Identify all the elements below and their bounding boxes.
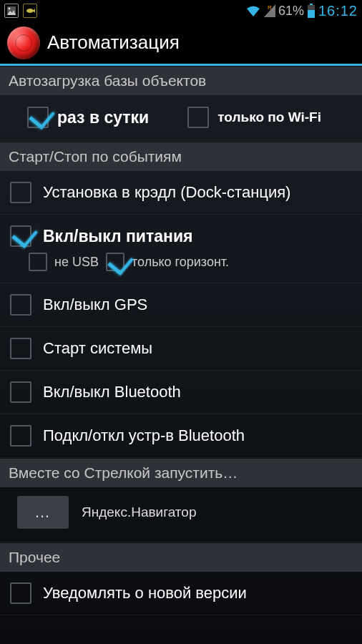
battery-percent: 61% bbox=[278, 4, 304, 19]
battery-icon bbox=[307, 4, 315, 18]
checkbox-gps[interactable] bbox=[10, 294, 31, 316]
checkbox-horizontal-only[interactable] bbox=[106, 253, 124, 271]
label-wifi-only: только по Wi-Fi bbox=[217, 109, 321, 125]
checkbox-daily[interactable] bbox=[27, 107, 49, 128]
row-bt-device[interactable]: Подкл/откл устр-в Bluetooth bbox=[0, 414, 362, 458]
row-power[interactable]: Вкл/выкл питания bbox=[0, 215, 362, 253]
row-system-start[interactable]: Старт системы bbox=[0, 327, 362, 371]
checkbox-power[interactable] bbox=[10, 225, 31, 247]
label-gps: Вкл/выкл GPS bbox=[43, 296, 147, 314]
app-bar: Автоматизация bbox=[0, 21, 362, 66]
checkbox-not-usb[interactable] bbox=[29, 253, 47, 271]
status-notification-area bbox=[4, 4, 37, 18]
app-radar-icon bbox=[7, 26, 40, 59]
checkbox-bt-device[interactable] bbox=[10, 425, 31, 447]
checkbox-system-start[interactable] bbox=[10, 338, 31, 359]
image-notification-icon bbox=[4, 4, 19, 18]
app-picker-selected-label: Яндекс.Навигатор bbox=[82, 504, 196, 520]
label-daily: раз в сутки bbox=[57, 108, 149, 127]
svg-rect-7 bbox=[310, 4, 313, 5]
checkbox-notify-version[interactable] bbox=[10, 582, 31, 604]
status-time: 16:12 bbox=[318, 3, 358, 19]
section-header-events: Старт/Стоп по событиям bbox=[0, 142, 362, 171]
label-bt-device: Подкл/откл устр-в Bluetooth bbox=[43, 426, 245, 445]
svg-text:R: R bbox=[268, 4, 272, 11]
page-title: Автоматизация bbox=[47, 31, 180, 54]
row-autoload-options: раз в сутки только по Wi-Fi bbox=[0, 95, 362, 142]
label-notify-version: Уведомлять о новой версии bbox=[43, 584, 247, 602]
section-header-launch-with: Вместе со Стрелкой запустить… bbox=[0, 458, 362, 487]
section-header-other: Прочее bbox=[0, 542, 362, 572]
label-system-start: Старт системы bbox=[43, 339, 152, 358]
app-picker-button-label: … bbox=[34, 503, 52, 522]
status-right: R 61% 16:12 bbox=[245, 3, 358, 19]
label-bluetooth: Вкл/выкл Bluetooth bbox=[43, 383, 181, 401]
cell-signal-icon: R bbox=[264, 4, 275, 17]
section-header-autoload: Автозагрузка базы объектов bbox=[0, 66, 362, 95]
label-dock: Установка в крэдл (Dock-станция) bbox=[43, 183, 290, 202]
app-picker-button[interactable]: … bbox=[17, 496, 69, 529]
row-power-sub: не USB только горизонт. bbox=[0, 253, 362, 283]
fish-notification-icon bbox=[23, 4, 37, 18]
status-bar: R 61% 16:12 bbox=[0, 0, 362, 21]
checkbox-wifi-only[interactable] bbox=[187, 107, 209, 128]
row-bluetooth[interactable]: Вкл/выкл Bluetooth bbox=[0, 371, 362, 414]
checkbox-dock[interactable] bbox=[10, 182, 31, 203]
row-notify-version[interactable]: Уведомлять о новой версии bbox=[0, 572, 362, 615]
checkbox-bluetooth[interactable] bbox=[10, 381, 31, 403]
row-gps[interactable]: Вкл/выкл GPS bbox=[0, 283, 362, 327]
row-app-picker: … Яндекс.Навигатор bbox=[0, 487, 362, 542]
row-dock[interactable]: Установка в крэдл (Dock-станция) bbox=[0, 171, 362, 215]
label-power: Вкл/выкл питания bbox=[43, 227, 193, 246]
svg-rect-9 bbox=[308, 10, 315, 18]
label-horizontal-only: только горизонт. bbox=[132, 255, 229, 270]
svg-point-3 bbox=[26, 9, 34, 13]
svg-marker-4 bbox=[33, 9, 35, 13]
wifi-icon bbox=[245, 4, 261, 17]
svg-point-2 bbox=[9, 8, 11, 10]
label-not-usb: не USB bbox=[54, 255, 99, 270]
